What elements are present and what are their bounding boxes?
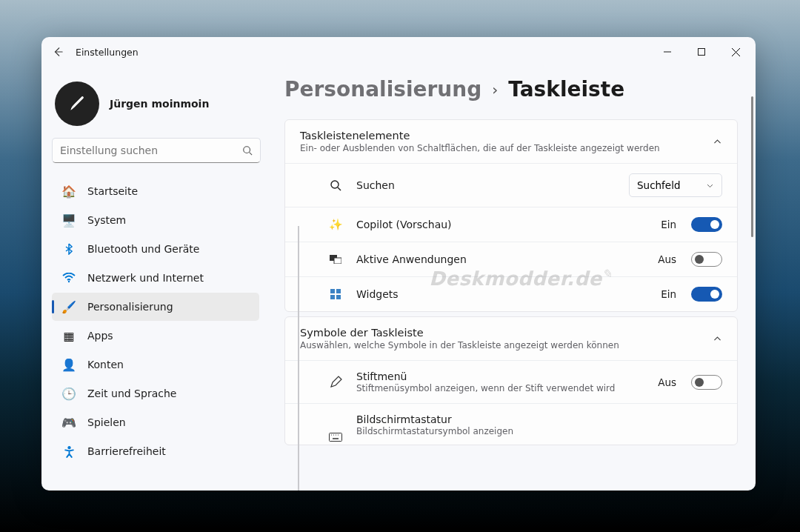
nav-label: Barrierefreiheit (87, 445, 166, 457)
taskview-icon (328, 252, 343, 267)
chevron-up-icon (713, 334, 722, 344)
sidebar-scrollbar[interactable] (298, 226, 299, 491)
chevron-right-icon: › (492, 81, 498, 99)
dropdown-value: Suchfeld (637, 179, 680, 191)
wifi-icon (62, 271, 76, 285)
nav-apps[interactable]: ▦Apps (52, 322, 259, 350)
nav-home[interactable]: 🏠Startseite (52, 177, 259, 205)
svg-rect-11 (334, 258, 341, 264)
toggle-state: Ein (661, 288, 676, 300)
row-taskview: Aktive Anwendungen Aus (285, 242, 737, 276)
main-content: Personalisierung › Taskleiste Taskleiste… (271, 67, 756, 491)
maximize-icon (698, 48, 705, 56)
nav-label: Startseite (87, 185, 138, 197)
svg-line-9 (338, 187, 341, 190)
widgets-toggle[interactable] (691, 287, 722, 302)
maximize-button[interactable] (684, 37, 719, 67)
nav-time-language[interactable]: 🕒Zeit und Sprache (52, 379, 259, 408)
settings-window: Einstellungen Jürgen moinmoin 🏠Startseit… (41, 37, 756, 491)
row-label: Aktive Anwendungen (356, 253, 644, 265)
apps-icon: ▦ (62, 329, 76, 342)
minimize-button[interactable] (650, 37, 684, 67)
breadcrumb-current: Taskleiste (508, 77, 624, 102)
search-dropdown[interactable]: Suchfeld (629, 173, 722, 197)
sidebar: Jürgen moinmoin 🏠Startseite 🖥️System Blu… (41, 67, 271, 491)
bluetooth-icon (62, 242, 76, 256)
paint-icon: 🖌️ (62, 300, 76, 313)
section-tray-icons: Symbole der Taskleiste Auswählen, welche… (284, 316, 738, 445)
titlebar: Einstellungen (41, 37, 756, 67)
row-sublabel: Stiftmenüsymbol anzeigen, wenn der Stift… (356, 383, 644, 393)
nav-label: Zeit und Sprache (87, 388, 176, 399)
brush-icon (67, 94, 87, 113)
scrollbar[interactable] (751, 96, 753, 237)
clock-icon: 🕒 (62, 387, 76, 400)
row-touch-keyboard: Bildschirmtastatur Bildschirmtastatursym… (285, 403, 737, 445)
back-button[interactable] (44, 39, 71, 65)
section-header[interactable]: Taskleistenelemente Ein- oder Ausblenden… (285, 120, 737, 163)
chevron-down-icon (706, 182, 714, 190)
window-controls (650, 37, 753, 67)
nav-label: Spielen (87, 416, 126, 428)
keyboard-icon (328, 430, 343, 445)
section-header[interactable]: Symbole der Taskleiste Auswählen, welche… (285, 317, 737, 360)
section-subtitle: Auswählen, welche Symbole in der Tasklei… (300, 340, 713, 350)
search-input[interactable] (60, 144, 242, 156)
nav-label: Konten (87, 359, 124, 370)
row-label: Copilot (Vorschau) (356, 219, 647, 230)
search-icon (242, 145, 253, 156)
row-sublabel: Bildschirmtastatursymbol anzeigen (356, 426, 722, 436)
svg-point-7 (67, 446, 70, 449)
widgets-icon (328, 287, 343, 302)
copilot-icon: ✨ (328, 217, 343, 232)
nav-personalization[interactable]: 🖌️Personalisierung (52, 293, 259, 321)
nav-bluetooth[interactable]: Bluetooth und Geräte (52, 235, 259, 263)
search-icon (328, 178, 343, 193)
svg-rect-12 (330, 289, 335, 293)
close-icon (732, 48, 740, 56)
person-icon: 👤 (62, 358, 76, 371)
svg-rect-14 (330, 295, 335, 299)
nav-accounts[interactable]: 👤Konten (52, 350, 259, 379)
breadcrumb: Personalisierung › Taskleiste (284, 77, 738, 102)
user-name: Jürgen moinmoin (110, 98, 209, 110)
svg-rect-13 (336, 289, 341, 293)
row-label: Widgets (356, 288, 647, 300)
display-icon: 🖥️ (62, 213, 76, 227)
nav-accessibility[interactable]: Barrierefreiheit (52, 437, 259, 465)
svg-rect-16 (330, 433, 342, 442)
home-icon: 🏠 (62, 184, 76, 198)
breadcrumb-parent[interactable]: Personalisierung (284, 77, 481, 102)
search-box[interactable] (52, 138, 261, 163)
nav-network[interactable]: Netzwerk und Internet (52, 264, 259, 292)
row-search: Suchen Suchfeld (285, 163, 737, 207)
accessibility-icon (62, 445, 76, 458)
toggle-state: Aus (658, 376, 676, 388)
nav-gaming[interactable]: 🎮Spielen (52, 408, 259, 436)
avatar (55, 82, 99, 126)
row-copilot: ✨ Copilot (Vorschau) Ein (285, 207, 737, 242)
pen-toggle[interactable] (691, 375, 722, 390)
close-button[interactable] (719, 37, 753, 67)
chevron-up-icon (713, 137, 722, 147)
section-title: Taskleistenelemente (300, 130, 713, 142)
taskview-toggle[interactable] (691, 252, 722, 267)
profile[interactable]: Jürgen moinmoin (52, 74, 271, 133)
svg-point-4 (244, 147, 250, 153)
toggle-state: Ein (661, 219, 676, 230)
nav-system[interactable]: 🖥️System (52, 206, 259, 234)
section-title: Symbole der Taskleiste (300, 327, 713, 339)
arrow-left-icon (53, 47, 63, 57)
nav-label: Apps (87, 330, 113, 342)
nav-label: Netzwerk und Internet (87, 272, 204, 284)
gamepad-icon: 🎮 (62, 416, 76, 429)
nav-label: System (87, 214, 126, 226)
copilot-toggle[interactable] (691, 217, 722, 232)
svg-point-8 (331, 181, 339, 188)
toggle-state: Aus (658, 253, 676, 265)
row-widgets: Widgets Ein (285, 276, 737, 311)
row-pen-menu: Stiftmenü Stiftmenüsymbol anzeigen, wenn… (285, 360, 737, 403)
row-label: Stiftmenü (356, 370, 644, 382)
row-label: Bildschirmtastatur (356, 413, 722, 425)
section-subtitle: Ein- oder Ausblenden von Schaltflächen, … (300, 143, 713, 153)
